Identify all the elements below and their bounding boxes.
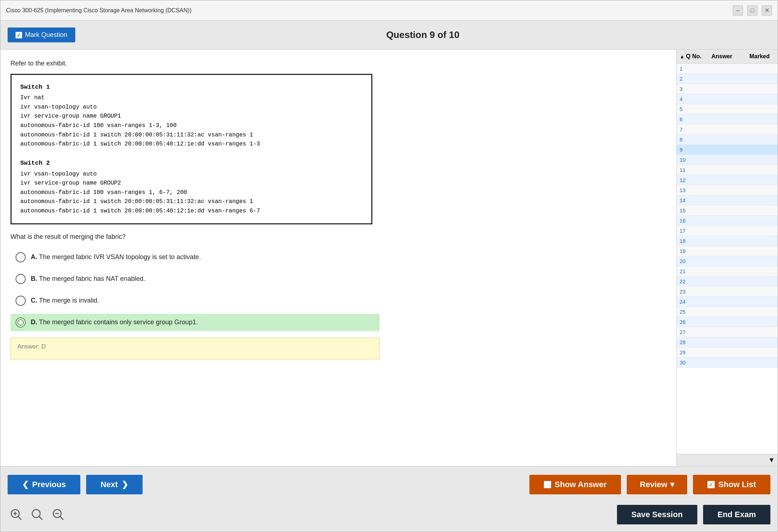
question-title: Question 9 of 10 xyxy=(75,29,770,41)
sidebar-row-qno[interactable]: 25 xyxy=(680,309,707,315)
sidebar-row[interactable]: 8 xyxy=(677,135,778,145)
option-b-text: B. The merged fabric has NAT enabled. xyxy=(31,275,145,283)
sidebar-row-qno[interactable]: 16 xyxy=(680,218,707,224)
sidebar-row[interactable]: 14 xyxy=(677,195,778,206)
svg-line-5 xyxy=(39,516,42,520)
option-d-radio[interactable] xyxy=(16,317,26,328)
sidebar-row-qno[interactable]: 23 xyxy=(680,288,707,295)
option-a-text: A. The merged fabric IVR VSAN topology i… xyxy=(31,253,201,261)
sidebar-row-qno[interactable]: 12 xyxy=(680,177,707,183)
sidebar-row-qno[interactable]: 6 xyxy=(680,116,707,122)
next-button[interactable]: Next xyxy=(86,475,143,494)
option-d[interactable]: D. The merged fabric contains only servi… xyxy=(10,314,380,331)
sidebar-row-qno[interactable]: 20 xyxy=(680,258,707,264)
switch2-line-4: autonomous-fabric-id 1 switch 20:00:00:0… xyxy=(20,197,363,207)
sidebar-row[interactable]: 5 xyxy=(677,104,778,114)
sidebar-row-qno[interactable]: 14 xyxy=(680,197,707,203)
sidebar-row-qno[interactable]: 21 xyxy=(680,268,707,274)
sidebar-row[interactable]: 19 xyxy=(677,246,778,256)
option-c-radio[interactable] xyxy=(16,296,26,306)
sidebar-row-qno[interactable]: 4 xyxy=(680,96,707,102)
sidebar-row-qno[interactable]: 7 xyxy=(680,126,707,132)
sidebar-row-qno[interactable]: 1 xyxy=(680,66,707,72)
sidebar-row-qno[interactable]: 11 xyxy=(680,167,707,173)
sidebar-row-qno[interactable]: 22 xyxy=(680,278,707,284)
show-answer-button[interactable]: Show Answer xyxy=(529,475,621,494)
switch1-line-2: ivr vsan-topology auto xyxy=(20,103,363,112)
sidebar-row[interactable]: 29 xyxy=(677,347,778,358)
sidebar-row[interactable]: 11 xyxy=(677,165,778,175)
sidebar-row-qno[interactable]: 15 xyxy=(680,207,707,214)
sidebar-row-qno[interactable]: 13 xyxy=(680,187,707,193)
sidebar-list[interactable]: 1 2 3 4 5 6 7 8 xyxy=(677,64,778,454)
sidebar-scroll-down[interactable]: ▼ xyxy=(677,454,778,466)
save-session-button[interactable]: Save Session xyxy=(617,505,697,524)
title-bar: Cisco 300-625 (Implementing Cisco Storag… xyxy=(0,0,778,21)
sidebar-row[interactable]: 13 xyxy=(677,185,778,195)
review-button[interactable]: Review xyxy=(627,475,687,494)
sidebar-row-qno[interactable]: 8 xyxy=(680,136,707,143)
sidebar-row-qno[interactable]: 18 xyxy=(680,238,707,244)
sidebar-row[interactable]: 27 xyxy=(677,327,778,337)
sidebar-row-qno[interactable]: 10 xyxy=(680,157,707,163)
sidebar-row[interactable]: 20 xyxy=(677,256,778,266)
sidebar-row[interactable]: 16 xyxy=(677,216,778,226)
zoom-in-icon xyxy=(10,508,23,521)
sidebar-row-qno[interactable]: 26 xyxy=(680,319,707,325)
sidebar-row[interactable]: 1 xyxy=(677,64,778,74)
option-a[interactable]: A. The merged fabric IVR VSAN topology i… xyxy=(10,249,380,266)
sidebar-row[interactable]: 12 xyxy=(677,175,778,185)
sidebar-row[interactable]: 2 xyxy=(677,74,778,84)
sidebar-row-qno[interactable]: 19 xyxy=(680,248,707,254)
maximize-button[interactable]: □ xyxy=(747,5,757,16)
sidebar-row[interactable]: 9 xyxy=(677,145,778,155)
sidebar-row[interactable]: 6 xyxy=(677,114,778,124)
sidebar-row[interactable]: 25 xyxy=(677,307,778,317)
minimize-button[interactable]: – xyxy=(733,5,743,16)
previous-button[interactable]: Previous xyxy=(8,475,80,494)
sidebar-row[interactable]: 17 xyxy=(677,226,778,236)
sidebar-row-qno[interactable]: 28 xyxy=(680,339,707,345)
switch1-line-1: Ivr nat xyxy=(20,93,363,103)
sidebar-row-qno[interactable]: 9 xyxy=(680,147,707,153)
close-button[interactable]: ✕ xyxy=(762,5,772,16)
sidebar-row[interactable]: 26 xyxy=(677,317,778,327)
option-b[interactable]: B. The merged fabric has NAT enabled. xyxy=(10,270,380,288)
sidebar-row[interactable]: 23 xyxy=(677,287,778,297)
zoom-out-button[interactable] xyxy=(50,506,67,523)
sidebar-row[interactable]: 28 xyxy=(677,337,778,347)
sidebar-row-qno[interactable]: 17 xyxy=(680,228,707,234)
zoom-in-button[interactable] xyxy=(8,506,25,523)
sidebar-row-qno[interactable]: 5 xyxy=(680,106,707,112)
sidebar-scroll-up-icon[interactable]: ▲ xyxy=(680,54,685,59)
sidebar-row-qno[interactable]: 3 xyxy=(680,86,707,92)
option-c[interactable]: C. The merge is invalid. xyxy=(10,292,380,309)
sidebar-row-qno[interactable]: 27 xyxy=(680,329,707,335)
sidebar-row-qno[interactable]: 2 xyxy=(680,76,707,82)
sidebar-row-qno[interactable]: 24 xyxy=(680,299,707,305)
sidebar-row-qno[interactable]: 30 xyxy=(680,359,707,366)
svg-point-4 xyxy=(32,510,40,518)
sidebar-col-qno-header: Q No. xyxy=(686,53,711,60)
option-a-radio[interactable] xyxy=(16,252,26,262)
sidebar-row[interactable]: 22 xyxy=(677,276,778,287)
show-list-checkbox-icon xyxy=(707,481,715,488)
sidebar-row[interactable]: 3 xyxy=(677,84,778,94)
nav-row: Previous Next Show Answer Review Show Li… xyxy=(0,466,778,503)
option-b-radio[interactable] xyxy=(16,274,26,284)
mark-question-button[interactable]: Mark Question xyxy=(8,28,75,42)
sidebar-col-marked-header: Marked xyxy=(749,53,775,60)
sidebar-row[interactable]: 30 xyxy=(677,358,778,368)
sidebar-row[interactable]: 18 xyxy=(677,236,778,246)
switch2-line-1: ivr vsan-topology auto xyxy=(20,170,363,179)
show-list-button[interactable]: Show List xyxy=(693,475,770,494)
sidebar-row[interactable]: 7 xyxy=(677,124,778,135)
sidebar-row[interactable]: 10 xyxy=(677,155,778,165)
sidebar-row-qno[interactable]: 29 xyxy=(680,349,707,355)
sidebar-row[interactable]: 15 xyxy=(677,206,778,216)
sidebar-row[interactable]: 4 xyxy=(677,94,778,104)
sidebar-row[interactable]: 24 xyxy=(677,297,778,307)
sidebar-row[interactable]: 21 xyxy=(677,266,778,276)
end-exam-button[interactable]: End Exam xyxy=(703,505,770,524)
zoom-reset-button[interactable] xyxy=(29,506,46,523)
